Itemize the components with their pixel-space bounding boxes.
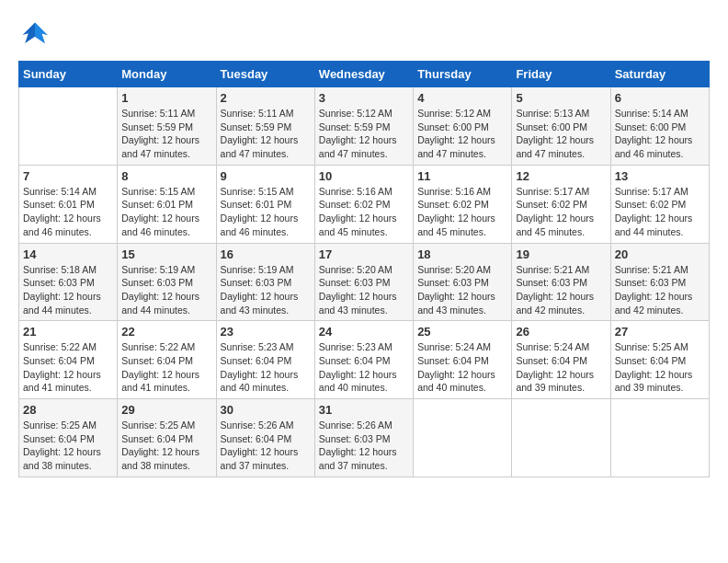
calendar-week-row: 28Sunrise: 5:25 AM Sunset: 6:04 PM Dayli… — [19, 399, 710, 477]
day-info: Sunrise: 5:12 AM Sunset: 5:59 PM Dayligh… — [319, 107, 409, 161]
day-info: Sunrise: 5:17 AM Sunset: 6:02 PM Dayligh… — [615, 185, 705, 239]
day-info: Sunrise: 5:15 AM Sunset: 6:01 PM Dayligh… — [221, 185, 311, 239]
day-info: Sunrise: 5:22 AM Sunset: 6:04 PM Dayligh… — [121, 340, 211, 395]
day-number: 17 — [319, 247, 409, 261]
day-number: 10 — [319, 169, 409, 183]
calendar-cell: 23Sunrise: 5:23 AM Sunset: 6:04 PM Dayli… — [216, 321, 314, 399]
day-number: 22 — [121, 325, 211, 339]
calendar-cell: 30Sunrise: 5:26 AM Sunset: 6:04 PM Dayli… — [216, 399, 314, 477]
day-number: 9 — [221, 169, 311, 183]
calendar-cell: 12Sunrise: 5:17 AM Sunset: 6:02 PM Dayli… — [512, 165, 610, 243]
day-number: 15 — [121, 247, 211, 261]
day-number: 26 — [516, 325, 606, 339]
day-number: 13 — [615, 169, 705, 183]
day-info: Sunrise: 5:25 AM Sunset: 6:04 PM Dayligh… — [615, 340, 705, 395]
day-info: Sunrise: 5:14 AM Sunset: 6:00 PM Dayligh… — [615, 107, 705, 161]
day-info: Sunrise: 5:20 AM Sunset: 6:03 PM Dayligh… — [417, 263, 507, 317]
calendar-cell: 15Sunrise: 5:19 AM Sunset: 6:03 PM Dayli… — [118, 243, 216, 321]
calendar-cell: 19Sunrise: 5:21 AM Sunset: 6:03 PM Dayli… — [512, 243, 610, 321]
day-number: 2 — [221, 91, 311, 105]
calendar-cell: 10Sunrise: 5:16 AM Sunset: 6:02 PM Dayli… — [314, 165, 413, 243]
day-info: Sunrise: 5:25 AM Sunset: 6:04 PM Dayligh… — [23, 419, 113, 473]
calendar-cell: 4Sunrise: 5:12 AM Sunset: 6:00 PM Daylig… — [414, 87, 512, 166]
day-number: 8 — [121, 169, 211, 183]
day-number: 24 — [319, 325, 409, 339]
day-info: Sunrise: 5:16 AM Sunset: 6:02 PM Dayligh… — [417, 185, 507, 239]
day-info: Sunrise: 5:16 AM Sunset: 6:02 PM Dayligh… — [319, 185, 409, 239]
calendar-cell: 18Sunrise: 5:20 AM Sunset: 6:03 PM Dayli… — [414, 243, 512, 321]
day-number: 25 — [417, 325, 507, 339]
day-number: 1 — [121, 91, 211, 105]
calendar-cell — [610, 399, 709, 477]
logo-icon — [18, 18, 51, 52]
svg-marker-1 — [35, 23, 48, 44]
day-number: 6 — [615, 91, 705, 105]
day-info: Sunrise: 5:25 AM Sunset: 6:04 PM Dayligh… — [121, 419, 211, 473]
calendar-cell: 25Sunrise: 5:24 AM Sunset: 6:04 PM Dayli… — [414, 321, 512, 399]
day-info: Sunrise: 5:24 AM Sunset: 6:04 PM Dayligh… — [516, 340, 606, 395]
day-info: Sunrise: 5:15 AM Sunset: 6:01 PM Dayligh… — [121, 185, 211, 239]
calendar-cell: 17Sunrise: 5:20 AM Sunset: 6:03 PM Dayli… — [314, 243, 413, 321]
calendar-cell: 9Sunrise: 5:15 AM Sunset: 6:01 PM Daylig… — [216, 165, 314, 243]
day-number: 20 — [615, 247, 705, 261]
weekday-header-row: SundayMondayTuesdayWednesdayThursdayFrid… — [19, 62, 710, 87]
calendar-cell: 22Sunrise: 5:22 AM Sunset: 6:04 PM Dayli… — [118, 321, 216, 399]
day-number: 29 — [121, 403, 211, 417]
weekday-header-wednesday: Wednesday — [314, 62, 413, 87]
calendar-cell: 31Sunrise: 5:26 AM Sunset: 6:03 PM Dayli… — [314, 399, 413, 477]
day-info: Sunrise: 5:22 AM Sunset: 6:04 PM Dayligh… — [23, 340, 113, 395]
day-number: 23 — [221, 325, 311, 339]
weekday-header-friday: Friday — [512, 62, 610, 87]
day-info: Sunrise: 5:14 AM Sunset: 6:01 PM Dayligh… — [23, 185, 113, 239]
calendar-cell: 26Sunrise: 5:24 AM Sunset: 6:04 PM Dayli… — [512, 321, 610, 399]
day-number: 19 — [516, 247, 606, 261]
weekday-header-sunday: Sunday — [19, 62, 118, 87]
day-info: Sunrise: 5:20 AM Sunset: 6:03 PM Dayligh… — [319, 263, 409, 317]
weekday-header-saturday: Saturday — [610, 62, 709, 87]
calendar-cell: 7Sunrise: 5:14 AM Sunset: 6:01 PM Daylig… — [19, 165, 118, 243]
day-info: Sunrise: 5:19 AM Sunset: 6:03 PM Dayligh… — [221, 263, 311, 317]
calendar-week-row: 7Sunrise: 5:14 AM Sunset: 6:01 PM Daylig… — [19, 165, 710, 243]
calendar-cell: 24Sunrise: 5:23 AM Sunset: 6:04 PM Dayli… — [314, 321, 413, 399]
calendar-cell: 21Sunrise: 5:22 AM Sunset: 6:04 PM Dayli… — [19, 321, 118, 399]
calendar-cell: 2Sunrise: 5:11 AM Sunset: 5:59 PM Daylig… — [216, 87, 314, 166]
day-number: 18 — [417, 247, 507, 261]
day-info: Sunrise: 5:11 AM Sunset: 5:59 PM Dayligh… — [121, 107, 211, 161]
weekday-header-monday: Monday — [118, 62, 216, 87]
calendar-cell — [512, 399, 610, 477]
calendar-week-row: 14Sunrise: 5:18 AM Sunset: 6:03 PM Dayli… — [19, 243, 710, 321]
day-info: Sunrise: 5:26 AM Sunset: 6:04 PM Dayligh… — [221, 419, 311, 473]
day-info: Sunrise: 5:21 AM Sunset: 6:03 PM Dayligh… — [516, 263, 606, 317]
calendar-cell: 1Sunrise: 5:11 AM Sunset: 5:59 PM Daylig… — [118, 87, 216, 166]
day-number: 5 — [516, 91, 606, 105]
calendar-cell: 20Sunrise: 5:21 AM Sunset: 6:03 PM Dayli… — [610, 243, 709, 321]
day-info: Sunrise: 5:23 AM Sunset: 6:04 PM Dayligh… — [319, 340, 409, 395]
calendar-cell: 28Sunrise: 5:25 AM Sunset: 6:04 PM Dayli… — [19, 399, 118, 477]
day-info: Sunrise: 5:11 AM Sunset: 5:59 PM Dayligh… — [221, 107, 311, 161]
day-number: 30 — [221, 403, 311, 417]
day-number: 12 — [516, 169, 606, 183]
day-info: Sunrise: 5:23 AM Sunset: 6:04 PM Dayligh… — [221, 340, 311, 395]
weekday-header-thursday: Thursday — [414, 62, 512, 87]
calendar-table: SundayMondayTuesdayWednesdayThursdayFrid… — [18, 61, 710, 477]
day-number: 21 — [23, 325, 113, 339]
day-number: 27 — [615, 325, 705, 339]
day-number: 31 — [319, 403, 409, 417]
calendar-cell: 14Sunrise: 5:18 AM Sunset: 6:03 PM Dayli… — [19, 243, 118, 321]
day-number: 14 — [23, 247, 113, 261]
calendar-week-row: 21Sunrise: 5:22 AM Sunset: 6:04 PM Dayli… — [19, 321, 710, 399]
day-number: 7 — [23, 169, 113, 183]
page-header — [18, 18, 710, 52]
day-number: 28 — [23, 403, 113, 417]
calendar-cell: 11Sunrise: 5:16 AM Sunset: 6:02 PM Dayli… — [414, 165, 512, 243]
day-info: Sunrise: 5:18 AM Sunset: 6:03 PM Dayligh… — [23, 263, 113, 317]
calendar-cell — [414, 399, 512, 477]
calendar-cell: 8Sunrise: 5:15 AM Sunset: 6:01 PM Daylig… — [118, 165, 216, 243]
calendar-cell: 5Sunrise: 5:13 AM Sunset: 6:00 PM Daylig… — [512, 87, 610, 166]
calendar-cell: 6Sunrise: 5:14 AM Sunset: 6:00 PM Daylig… — [610, 87, 709, 166]
day-info: Sunrise: 5:13 AM Sunset: 6:00 PM Dayligh… — [516, 107, 606, 161]
day-number: 16 — [221, 247, 311, 261]
day-info: Sunrise: 5:17 AM Sunset: 6:02 PM Dayligh… — [516, 185, 606, 239]
calendar-cell: 13Sunrise: 5:17 AM Sunset: 6:02 PM Dayli… — [610, 165, 709, 243]
day-info: Sunrise: 5:24 AM Sunset: 6:04 PM Dayligh… — [417, 340, 507, 395]
